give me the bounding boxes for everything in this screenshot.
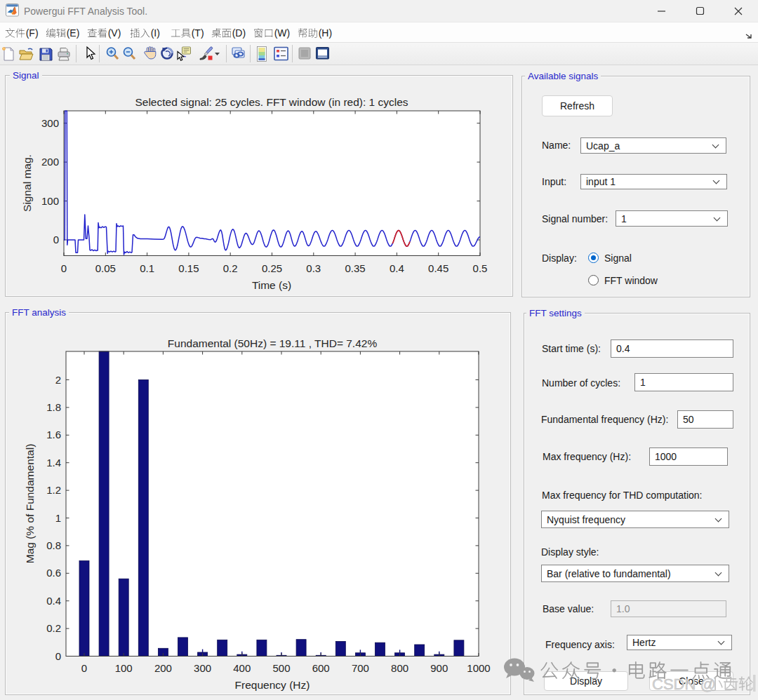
svg-text:CSDN @: CSDN @ — [652, 675, 716, 693]
